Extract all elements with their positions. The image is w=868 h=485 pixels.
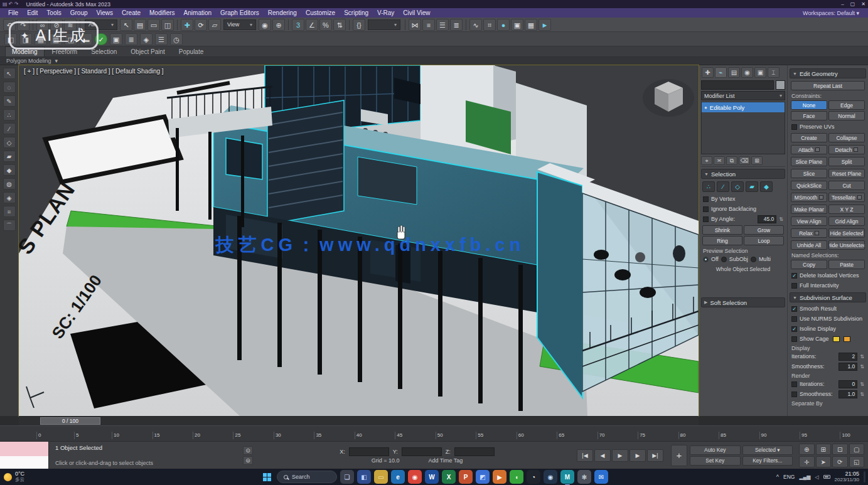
select-and-scale-icon[interactable]: ▱ [208, 19, 221, 31]
word-icon[interactable]: W [425, 470, 439, 484]
x-coordinate-field[interactable] [349, 447, 389, 456]
workspaces-dropdown[interactable]: Workspaces: Default ▾ [803, 10, 864, 16]
full-interactivity-checkbox[interactable] [791, 283, 797, 289]
cut-button[interactable]: Cut [828, 181, 865, 190]
select-object-icon[interactable]: ↖ [120, 19, 132, 31]
spinner-arrows-icon[interactable]: ⇅ [860, 354, 864, 360]
split-button[interactable]: Split [828, 157, 865, 166]
task-view-icon[interactable]: ❏ [340, 470, 354, 484]
collapse-button[interactable]: Collapse [828, 133, 865, 142]
spinner-arrows-icon[interactable]: ⇅ [860, 381, 864, 387]
edit-named-selection-sets-icon[interactable]: {} [353, 19, 365, 31]
frame-tick-65[interactable]: 65 [557, 432, 564, 439]
frame-tick-10[interactable]: 10 [112, 432, 119, 439]
graphite-tools-icon[interactable]: ◈ [140, 33, 153, 45]
frame-tick-5[interactable]: 5 [74, 432, 78, 439]
display-tab[interactable]: ▣ [754, 67, 766, 78]
grid-align-button[interactable]: Grid Align [828, 216, 865, 226]
settings-box-icon[interactable] [857, 195, 862, 200]
make-planar-button[interactable]: Make Planar [791, 205, 827, 214]
render-iterations-checkbox[interactable] [791, 381, 797, 387]
menu-tools[interactable]: Tools [42, 8, 65, 18]
soft-selection-icon[interactable]: ◍ [3, 178, 16, 189]
preview-multi-radio[interactable] [751, 257, 756, 262]
spinner-arrows-icon[interactable]: ⇅ [860, 392, 864, 397]
frame-tick-30[interactable]: 30 [274, 432, 281, 439]
quickslice-button[interactable]: QuickSlice [791, 181, 827, 190]
language-indicator[interactable]: ENG [783, 474, 795, 480]
select-and-rotate-icon[interactable]: ⟳ [195, 19, 207, 31]
listener-macro-pane[interactable] [0, 442, 48, 456]
set-key-button[interactable]: Set Key [690, 456, 741, 466]
polygon-mode-icon[interactable]: ▰ [3, 151, 16, 162]
mail-icon[interactable]: ✉ [594, 470, 608, 484]
preview-subobj-radio[interactable] [721, 257, 727, 262]
render-production-icon[interactable]: ► [538, 19, 551, 31]
preserve-uvs-checkbox[interactable] [791, 124, 797, 130]
selection-by-angle-checkbox[interactable] [703, 216, 709, 222]
copy-button[interactable]: Copy [791, 260, 827, 269]
explorer-icon[interactable]: ☰ [155, 33, 168, 45]
notification-center-icon[interactable] [864, 471, 865, 482]
selected-dropdown[interactable]: Selected ▾ [742, 445, 793, 455]
frame-tick-80[interactable]: 80 [678, 432, 686, 439]
grid-settings-icon[interactable]: ⌗ [3, 206, 16, 217]
previous-frame-button[interactable]: ◀ [594, 449, 611, 462]
menu-civil-view[interactable]: Civil View [399, 8, 434, 18]
rendered-frame-window-icon[interactable]: ▦ [525, 19, 537, 31]
render-iterations-field[interactable]: 0 [839, 380, 857, 388]
wechat-icon[interactable]: ◖ [510, 470, 523, 484]
modifier-stack-row[interactable]: ●Editable Poly [702, 102, 785, 112]
smooth-result-checkbox[interactable]: ✓ [791, 306, 797, 312]
border-mode-icon[interactable]: ◇ [3, 137, 16, 148]
named-selection-sets-dropdown[interactable]: ▾ [368, 19, 400, 30]
close-icon[interactable]: ✕ [861, 1, 865, 7]
layer-manager-icon[interactable]: ≣ [125, 33, 137, 45]
vertex-subobject-icon[interactable]: ∴ [702, 181, 715, 192]
viewport-canvas[interactable]: S PLAN SC: 1/100 技艺CG：www.qdnxxfb.cn [19, 65, 699, 416]
modifier-stack[interactable]: ●Editable Poly [701, 102, 785, 154]
measure-tool-icon[interactable]: ⌒ [3, 220, 16, 231]
maximize-icon[interactable]: ▢ [850, 1, 855, 7]
frame-tick-40[interactable]: 40 [355, 432, 362, 439]
slice-plane-button[interactable]: Slice Plane [791, 157, 827, 166]
utilities-tab[interactable]: ⌶ [768, 67, 780, 78]
show-cage-checkbox[interactable] [791, 336, 797, 342]
ribbon-group-bar[interactable]: Polygon Modeling ▾ [0, 57, 868, 65]
hide-selected-button[interactable]: Hide Selected [828, 228, 865, 238]
mirror-icon[interactable]: ⋈ [409, 19, 421, 31]
spinner-arrows-icon[interactable]: ⇅ [860, 364, 864, 370]
lasso-select-icon[interactable]: ◌ [3, 82, 16, 93]
selection-by-vertex-checkbox[interactable] [703, 196, 709, 202]
edge-button[interactable]: Edge [828, 100, 865, 110]
visibility-bulb-icon[interactable]: ● [704, 105, 707, 110]
frame-tick-95[interactable]: 95 [800, 432, 807, 439]
powerpoint-icon[interactable]: P [459, 470, 473, 484]
ribbon-tab-populate[interactable]: Populate [173, 47, 210, 56]
menu-file[interactable]: File [4, 8, 23, 18]
snap-settings-icon[interactable]: ◈ [3, 192, 16, 203]
use-nurms-subdivision-checkbox[interactable] [791, 316, 797, 322]
create-button[interactable]: Create [791, 133, 827, 142]
select-by-name-icon[interactable]: ▤ [134, 19, 146, 31]
menu-animation[interactable]: Animation [179, 8, 216, 18]
listener-script-pane[interactable] [0, 456, 48, 469]
z-coordinate-field[interactable] [454, 447, 495, 456]
angle-snap-icon[interactable]: ∠ [306, 19, 318, 31]
menu-customize[interactable]: Customize [301, 8, 340, 18]
grow-button[interactable]: Grow [744, 225, 784, 235]
menu-scripting[interactable]: Scripting [340, 8, 373, 18]
network-icon[interactable]: ▂▄▆ [799, 474, 810, 480]
key-filters-button[interactable]: Key Filters... [742, 456, 793, 466]
excel-icon[interactable]: X [442, 470, 456, 484]
maximize-viewport-icon[interactable]: ◱ [849, 456, 865, 467]
face-button[interactable]: Face [791, 111, 827, 120]
percent-snap-icon[interactable]: % [319, 19, 332, 31]
time-slider[interactable]: 0 / 100 [19, 416, 699, 425]
select-and-move-icon[interactable]: ✚ [181, 19, 193, 31]
start-button[interactable] [260, 470, 274, 484]
ring-button[interactable]: Ring [702, 236, 742, 245]
perspective-viewport[interactable]: [ + ] [ Perspective ] [ Standard ] [ Def… [19, 65, 699, 416]
selection-by-angle-field[interactable]: 45.0 [758, 215, 776, 223]
color-swatch[interactable] [833, 336, 840, 342]
